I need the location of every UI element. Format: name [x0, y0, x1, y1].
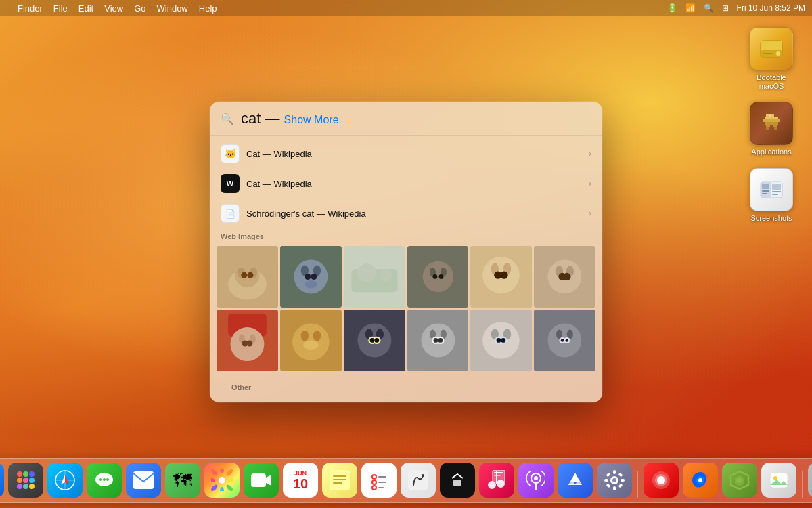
svg-point-31: [241, 272, 247, 278]
menubar-help[interactable]: Help: [199, 3, 217, 14]
cat-image-12[interactable]: [534, 310, 595, 371]
dock-item-music[interactable]: [479, 463, 514, 498]
svg-text:🐱: 🐱: [225, 148, 237, 160]
cat-image-3[interactable]: [344, 246, 405, 308]
cat-image-7[interactable]: [217, 310, 278, 371]
clock: Fri 10 Jun 8:52 PM: [737, 3, 805, 13]
dock-item-notes[interactable]: [322, 463, 357, 498]
appletv-icon: [447, 473, 468, 488]
notes-icon: [330, 470, 350, 490]
dock-item-trash[interactable]: [808, 463, 812, 498]
svg-point-39: [304, 280, 317, 288]
cat-image-6[interactable]: [534, 246, 595, 308]
battery-icon: 🔋: [667, 3, 677, 13]
screenrecorder-icon: [651, 470, 671, 490]
dock-item-mail[interactable]: [126, 463, 161, 498]
dock-item-facetime[interactable]: [244, 463, 279, 498]
firefox-icon: [690, 469, 711, 491]
dock-item-wireguard[interactable]: [722, 463, 757, 498]
cat-image-5[interactable]: [470, 246, 532, 308]
search-menubar-icon[interactable]: 🔍: [704, 3, 714, 13]
messages-icon: [94, 470, 114, 490]
cat-image-2[interactable]: [280, 246, 342, 308]
menubar-view[interactable]: View: [104, 3, 123, 14]
cat-image-11[interactable]: [470, 310, 532, 371]
svg-point-55: [501, 271, 508, 278]
desktop-icon-applications[interactable]: Applications: [744, 102, 798, 156]
svg-text:📄: 📄: [225, 209, 235, 219]
spotlight-show-more[interactable]: Show More: [284, 114, 339, 125]
menubar: Finder File Edit View Go Window Help 🔋 📶…: [0, 0, 812, 16]
svg-point-134: [220, 469, 224, 473]
svg-rect-147: [333, 479, 346, 480]
svg-rect-189: [770, 473, 788, 488]
dock-item-screenrecorder[interactable]: [644, 463, 679, 498]
cat-svg-9: [344, 310, 405, 371]
dock-item-messages[interactable]: [87, 463, 122, 498]
dock-item-firefox[interactable]: [683, 463, 718, 498]
dock-separator-2: [802, 471, 803, 498]
result-arrow-wiki1: ›: [589, 149, 591, 158]
svg-point-122: [29, 484, 35, 489]
cat-svg-3: [344, 246, 405, 308]
applications-svg: [757, 108, 786, 138]
result-cat-wiki-2[interactable]: W Cat — Wikipedia ›: [210, 169, 602, 198]
dock-item-reminders[interactable]: [361, 463, 397, 498]
svg-point-2: [776, 51, 780, 56]
svg-rect-151: [378, 476, 386, 478]
svg-rect-4: [766, 114, 769, 117]
cat-svg-7: [217, 310, 278, 371]
result-cat-wiki-1[interactable]: 🐱 Cat — Wikipedia ›: [210, 139, 602, 169]
dock-item-systemprefs[interactable]: [597, 463, 632, 498]
result-schrodinger[interactable]: 📄 Schrödinger's cat — Wikipedia ›: [210, 198, 602, 228]
applications-icon: [750, 102, 793, 145]
svg-point-72: [300, 330, 308, 341]
svg-point-120: [17, 484, 22, 489]
cat-image-1[interactable]: [217, 246, 278, 308]
dock-item-maps[interactable]: 🗺: [165, 463, 200, 498]
dock-item-appletv[interactable]: [440, 463, 475, 498]
svg-marker-144: [266, 475, 271, 486]
cat-svg-5: [470, 246, 532, 308]
svg-rect-18: [762, 193, 767, 194]
reminders-icon: [369, 470, 389, 490]
spotlight-search-icon: 🔍: [221, 112, 234, 125]
svg-rect-176: [606, 472, 610, 477]
cat-image-10[interactable]: [407, 310, 469, 371]
calendar-date: 10: [293, 477, 308, 490]
menubar-window[interactable]: Window: [157, 3, 188, 14]
dock-item-appstore[interactable]: [558, 463, 593, 498]
svg-point-139: [211, 484, 219, 491]
cat-image-8[interactable]: [280, 310, 342, 371]
dock-item-calendar[interactable]: JUN 10: [283, 463, 318, 498]
svg-point-73: [313, 330, 321, 341]
svg-point-42: [357, 263, 376, 282]
desktop-icon-screenshots[interactable]: Screenshots: [744, 168, 798, 223]
cat-image-4[interactable]: [407, 246, 469, 308]
svg-rect-143: [251, 473, 266, 487]
result-arrow-schrodinger: ›: [589, 209, 591, 218]
dock-item-imagerecap[interactable]: [761, 463, 796, 498]
svg-point-81: [369, 338, 374, 343]
svg-rect-169: [568, 484, 582, 485]
svg-point-171: [612, 478, 616, 482]
desktop-icon-bootable-macos[interactable]: Bootable macOS: [744, 27, 798, 91]
music-icon: [487, 470, 506, 490]
dock-item-freeform[interactable]: [401, 463, 436, 498]
control-center-icon[interactable]: ⊞: [722, 3, 729, 13]
menubar-finder[interactable]: Finder: [18, 3, 43, 14]
cat-image-9[interactable]: [344, 310, 405, 371]
desktop-icons: Bootable macOS Applications: [744, 27, 798, 223]
dock-item-launchpad[interactable]: [8, 463, 43, 498]
svg-point-164: [497, 480, 505, 488]
menubar-edit[interactable]: Edit: [78, 3, 93, 14]
maps-emoji: 🗺: [173, 469, 192, 492]
dock-item-podcasts[interactable]: [518, 463, 554, 498]
menubar-file[interactable]: File: [53, 3, 68, 14]
menubar-go[interactable]: Go: [134, 3, 145, 14]
svg-rect-156: [408, 470, 428, 490]
dock-item-finder[interactable]: [0, 463, 4, 498]
dock-item-photos[interactable]: [204, 463, 240, 498]
dock-item-safari[interactable]: [47, 463, 83, 498]
appstore-icon: [565, 470, 585, 490]
